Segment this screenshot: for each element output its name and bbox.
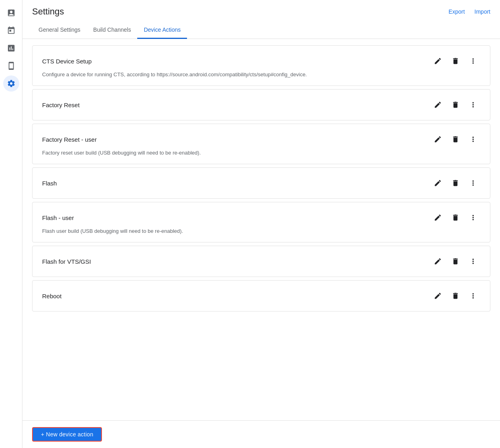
more-button[interactable] xyxy=(466,176,480,190)
footer: + New device action xyxy=(22,420,500,448)
action-buttons xyxy=(431,176,480,190)
action-title: Flash - user xyxy=(42,214,74,221)
action-title: CTS Device Setup xyxy=(42,58,91,65)
pencil-icon xyxy=(434,179,442,187)
pencil-icon xyxy=(434,257,442,265)
action-card-factory-reset-user: Factory Reset - userFactory reset user b… xyxy=(32,124,490,164)
sidebar-item-settings[interactable] xyxy=(3,75,19,92)
action-title: Reboot xyxy=(42,293,61,299)
header: Settings Export Import xyxy=(22,0,500,17)
sidebar xyxy=(0,0,22,448)
sidebar-item-calendar[interactable] xyxy=(3,22,19,39)
main-panel: Settings Export Import General Settings … xyxy=(22,0,500,448)
edit-button[interactable] xyxy=(431,254,445,269)
trash-icon xyxy=(451,135,459,143)
more-vert-icon xyxy=(469,257,477,265)
action-card-flash-user: Flash - userFlash user build (USB debugg… xyxy=(32,202,490,242)
action-title: Factory Reset - user xyxy=(42,136,97,143)
delete-button[interactable] xyxy=(448,132,463,147)
action-card-row: Reboot xyxy=(42,289,480,303)
new-device-action-button[interactable]: + New device action xyxy=(32,427,102,442)
more-vert-icon xyxy=(469,57,477,65)
pencil-icon xyxy=(434,214,442,222)
edit-button[interactable] xyxy=(431,176,445,190)
content-area: CTS Device SetupConfigure a device for r… xyxy=(22,39,500,420)
trash-icon xyxy=(451,292,459,300)
more-button[interactable] xyxy=(466,132,480,147)
more-button[interactable] xyxy=(466,289,480,303)
edit-button[interactable] xyxy=(431,289,445,303)
page-title: Settings xyxy=(32,6,64,17)
delete-button[interactable] xyxy=(448,210,463,225)
action-buttons xyxy=(431,289,480,303)
more-button[interactable] xyxy=(466,98,480,112)
analytics-icon xyxy=(7,44,16,53)
action-card-row: Flash xyxy=(42,176,480,190)
tab-general-settings[interactable]: General Settings xyxy=(32,22,87,39)
pencil-icon xyxy=(434,101,442,109)
action-description: Flash user build (USB debugging will nee… xyxy=(42,228,480,234)
tab-build-channels[interactable]: Build Channels xyxy=(87,22,137,39)
tabs-bar: General Settings Build Channels Device A… xyxy=(22,22,500,39)
action-buttons xyxy=(431,210,480,225)
action-card-cts-device-setup: CTS Device SetupConfigure a device for r… xyxy=(32,45,490,86)
action-card-row: Factory Reset - user xyxy=(42,132,480,147)
trash-icon xyxy=(451,179,459,187)
action-card-row: CTS Device Setup xyxy=(42,54,480,68)
more-vert-icon xyxy=(469,214,477,222)
trash-icon xyxy=(451,214,459,222)
edit-button[interactable] xyxy=(431,132,445,147)
edit-button[interactable] xyxy=(431,210,445,225)
trash-icon xyxy=(451,101,459,109)
action-title: Flash for VTS/GSI xyxy=(42,258,91,265)
calendar-icon xyxy=(7,26,16,35)
action-card-row: Flash for VTS/GSI xyxy=(42,254,480,269)
action-description: Factory reset user build (USB debugging … xyxy=(42,150,480,156)
action-card-row: Flash - user xyxy=(42,210,480,225)
action-card-flash-vts-gsi: Flash for VTS/GSI xyxy=(32,246,490,277)
more-button[interactable] xyxy=(466,254,480,269)
action-title: Flash xyxy=(42,180,57,187)
header-actions: Export Import xyxy=(449,8,490,15)
report-icon xyxy=(7,8,16,17)
trash-icon xyxy=(451,57,459,65)
action-buttons xyxy=(431,254,480,269)
edit-button[interactable] xyxy=(431,98,445,112)
action-description: Configure a device for running CTS, acco… xyxy=(42,71,480,77)
device-icon xyxy=(7,61,16,70)
export-link[interactable]: Export xyxy=(449,8,465,15)
pencil-icon xyxy=(434,292,442,300)
edit-button[interactable] xyxy=(431,54,445,68)
action-buttons xyxy=(431,98,480,112)
settings-icon xyxy=(7,79,16,88)
delete-button[interactable] xyxy=(448,176,463,190)
action-card-flash: Flash xyxy=(32,167,490,199)
sidebar-item-device[interactable] xyxy=(3,58,19,74)
more-vert-icon xyxy=(469,101,477,109)
delete-button[interactable] xyxy=(448,289,463,303)
more-button[interactable] xyxy=(466,210,480,225)
more-button[interactable] xyxy=(466,54,480,68)
more-vert-icon xyxy=(469,179,477,187)
sidebar-item-analytics[interactable] xyxy=(3,40,19,56)
action-card-row: Factory Reset xyxy=(42,98,480,112)
pencil-icon xyxy=(434,135,442,143)
trash-icon xyxy=(451,257,459,265)
action-buttons xyxy=(431,54,480,68)
action-buttons xyxy=(431,132,480,147)
more-vert-icon xyxy=(469,292,477,300)
action-card-factory-reset: Factory Reset xyxy=(32,89,490,120)
action-card-reboot: Reboot xyxy=(32,280,490,312)
delete-button[interactable] xyxy=(448,54,463,68)
action-title: Factory Reset xyxy=(42,102,79,108)
pencil-icon xyxy=(434,57,442,65)
more-vert-icon xyxy=(469,135,477,143)
sidebar-item-reports[interactable] xyxy=(3,5,19,21)
delete-button[interactable] xyxy=(448,98,463,112)
import-link[interactable]: Import xyxy=(474,8,490,15)
delete-button[interactable] xyxy=(448,254,463,269)
tab-device-actions[interactable]: Device Actions xyxy=(137,22,187,39)
